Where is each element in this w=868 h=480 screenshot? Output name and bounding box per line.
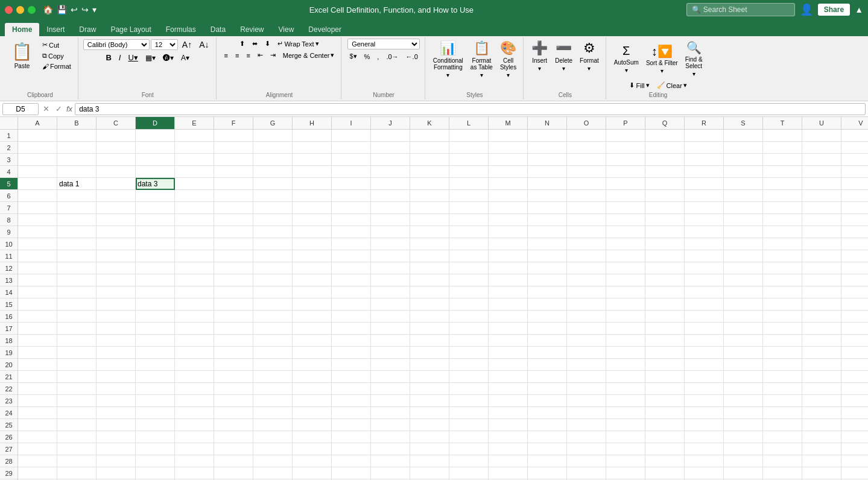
cell-V4[interactable] — [841, 166, 868, 178]
cell-S2[interactable] — [724, 142, 763, 154]
row-num-29[interactable]: 29 — [0, 467, 17, 479]
cell-Q10[interactable] — [645, 238, 685, 250]
cell-J10[interactable] — [371, 238, 410, 250]
cell-I12[interactable] — [332, 262, 371, 274]
collapse-icon[interactable]: ▲ — [855, 5, 863, 14]
cell-D23[interactable] — [136, 395, 175, 407]
cell-N20[interactable] — [528, 359, 567, 371]
cell-M20[interactable] — [489, 359, 528, 371]
cell-P9[interactable] — [606, 226, 645, 238]
cell-N23[interactable] — [528, 395, 567, 407]
cell-D28[interactable] — [136, 455, 175, 467]
cell-C7[interactable] — [97, 202, 136, 214]
cell-A13[interactable] — [18, 274, 57, 286]
cell-N27[interactable] — [528, 443, 567, 455]
cell-R25[interactable] — [685, 419, 724, 431]
cell-E8[interactable] — [175, 214, 214, 226]
cell-A14[interactable] — [18, 286, 57, 298]
cell-H26[interactable] — [293, 431, 332, 443]
cell-J9[interactable] — [371, 226, 410, 238]
cell-R1[interactable] — [685, 130, 724, 142]
cell-S20[interactable] — [724, 359, 763, 371]
cell-R2[interactable] — [685, 142, 724, 154]
align-right-button[interactable]: ≡ — [243, 51, 253, 60]
cell-R10[interactable] — [685, 238, 724, 250]
cell-T18[interactable] — [763, 335, 802, 347]
cell-A3[interactable] — [18, 154, 57, 166]
font-family-select[interactable]: Calibri (Body) — [83, 39, 150, 50]
cell-B25[interactable] — [57, 419, 97, 431]
cell-O25[interactable] — [567, 419, 606, 431]
cell-P29[interactable] — [606, 467, 645, 479]
cell-A11[interactable] — [18, 250, 57, 262]
cell-T3[interactable] — [763, 154, 802, 166]
cell-G24[interactable] — [253, 407, 293, 419]
conditional-formatting-button[interactable]: 📊 ConditionalFormatting ▾ — [430, 39, 466, 80]
cell-R18[interactable] — [685, 335, 724, 347]
cell-R8[interactable] — [685, 214, 724, 226]
cell-S23[interactable] — [724, 395, 763, 407]
cell-F11[interactable] — [214, 250, 253, 262]
cell-B14[interactable] — [57, 286, 97, 298]
cell-G22[interactable] — [253, 383, 293, 395]
cell-J23[interactable] — [371, 395, 410, 407]
cell-Q22[interactable] — [645, 383, 685, 395]
cell-T27[interactable] — [763, 443, 802, 455]
cell-I11[interactable] — [332, 250, 371, 262]
cell-V20[interactable] — [841, 359, 868, 371]
tab-home[interactable]: Home — [5, 23, 39, 36]
cell-D6[interactable] — [136, 190, 175, 202]
cell-N15[interactable] — [528, 298, 567, 311]
cell-G8[interactable] — [253, 214, 293, 226]
cell-G7[interactable] — [253, 202, 293, 214]
cell-R7[interactable] — [685, 202, 724, 214]
cell-P16[interactable] — [606, 311, 645, 323]
row-num-6[interactable]: 6 — [0, 190, 17, 202]
format-painter-button[interactable]: 🖌 Format — [39, 62, 74, 71]
cell-C20[interactable] — [97, 359, 136, 371]
row-num-12[interactable]: 12 — [0, 262, 17, 274]
cell-P7[interactable] — [606, 202, 645, 214]
home-icon[interactable]: 🏠 — [43, 5, 53, 14]
cell-O22[interactable] — [567, 383, 606, 395]
cell-E9[interactable] — [175, 226, 214, 238]
paste-button[interactable]: 📋 Paste — [6, 39, 38, 72]
cell-H7[interactable] — [293, 202, 332, 214]
cell-V17[interactable] — [841, 323, 868, 335]
cell-L8[interactable] — [449, 214, 489, 226]
cell-V7[interactable] — [841, 202, 868, 214]
cell-A15[interactable] — [18, 298, 57, 311]
merge-center-button[interactable]: Merge & Center ▾ — [280, 50, 338, 60]
cell-Q18[interactable] — [645, 335, 685, 347]
cell-G25[interactable] — [253, 419, 293, 431]
cell-S26[interactable] — [724, 431, 763, 443]
cell-I25[interactable] — [332, 419, 371, 431]
cell-Q1[interactable] — [645, 130, 685, 142]
cell-M8[interactable] — [489, 214, 528, 226]
save-icon[interactable]: 💾 — [57, 5, 67, 14]
cell-J22[interactable] — [371, 383, 410, 395]
cell-K26[interactable] — [410, 431, 449, 443]
cell-E4[interactable] — [175, 166, 214, 178]
cell-G15[interactable] — [253, 298, 293, 311]
cell-L10[interactable] — [449, 238, 489, 250]
cell-P6[interactable] — [606, 190, 645, 202]
col-header-l[interactable]: L — [449, 117, 489, 129]
cell-V27[interactable] — [841, 443, 868, 455]
autosum-button[interactable]: Σ AutoSum ▾ — [611, 42, 642, 75]
cell-K25[interactable] — [410, 419, 449, 431]
cell-P26[interactable] — [606, 431, 645, 443]
cell-F21[interactable] — [214, 371, 253, 383]
cell-S1[interactable] — [724, 130, 763, 142]
cell-L25[interactable] — [449, 419, 489, 431]
cell-G18[interactable] — [253, 335, 293, 347]
cell-P18[interactable] — [606, 335, 645, 347]
cell-N17[interactable] — [528, 323, 567, 335]
cell-S29[interactable] — [724, 467, 763, 479]
cell-N8[interactable] — [528, 214, 567, 226]
cell-O9[interactable] — [567, 226, 606, 238]
cell-H16[interactable] — [293, 311, 332, 323]
cell-K11[interactable] — [410, 250, 449, 262]
cell-U2[interactable] — [802, 142, 841, 154]
cell-L9[interactable] — [449, 226, 489, 238]
